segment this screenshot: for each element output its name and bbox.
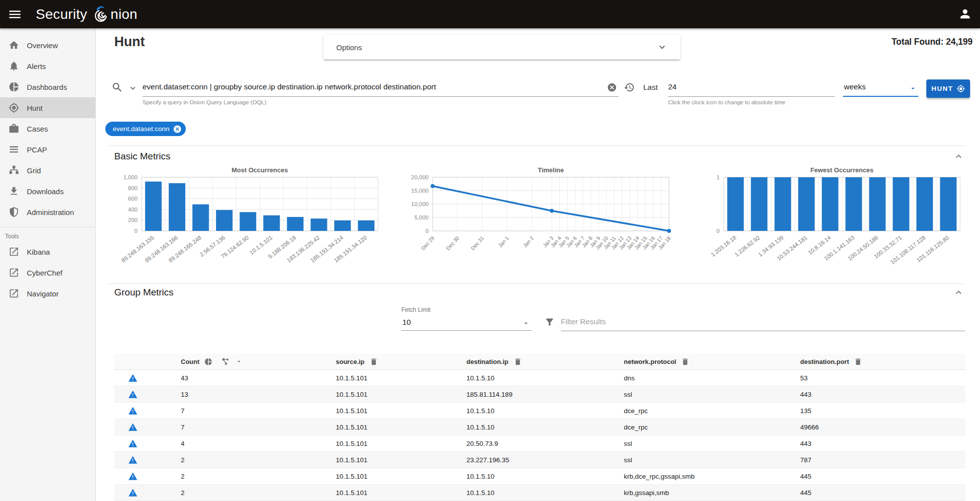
user-account-icon[interactable] bbox=[958, 7, 972, 21]
cell-count[interactable]: 7 bbox=[173, 424, 328, 431]
cell-count[interactable]: 43 bbox=[173, 374, 328, 382]
sidebar-item-dashboards[interactable]: Dashboards bbox=[0, 76, 95, 97]
briefcase-icon bbox=[8, 123, 19, 134]
cell-destination-port[interactable]: 135 bbox=[792, 407, 965, 415]
filter-chip[interactable]: event.dataset:conn bbox=[105, 122, 186, 136]
svg-text:1.226.62.92: 1.226.62.92 bbox=[734, 234, 761, 258]
svg-text:Dec 29: Dec 29 bbox=[420, 235, 435, 251]
column-header-destination-ip[interactable]: destination.ip bbox=[466, 358, 509, 365]
cell-source-ip[interactable]: 10.1.5.101 bbox=[328, 407, 458, 415]
cell-network-protocol[interactable]: krb,dce_rpc,gssapi,smb bbox=[616, 473, 792, 480]
cell-destination-ip[interactable]: 185.81.114.189 bbox=[458, 391, 616, 398]
cell-source-ip[interactable]: 10.1.5.101 bbox=[328, 473, 458, 480]
history-clock-icon[interactable] bbox=[624, 82, 635, 93]
cell-source-ip[interactable]: 10.1.5.101 bbox=[328, 456, 458, 464]
cell-count[interactable]: 4 bbox=[173, 440, 328, 447]
cell-destination-ip[interactable]: 23.227.196.35 bbox=[458, 456, 616, 464]
alert-triangle-icon[interactable] bbox=[128, 390, 138, 399]
cell-destination-port[interactable]: 445 bbox=[792, 473, 965, 480]
cell-count[interactable]: 2 bbox=[173, 473, 328, 480]
cell-network-protocol[interactable]: dns bbox=[616, 374, 792, 382]
alert-triangle-icon[interactable] bbox=[128, 373, 138, 383]
cell-network-protocol[interactable]: krb,gssapi,smb bbox=[616, 489, 792, 497]
fetch-limit-select[interactable]: 10 bbox=[401, 315, 531, 331]
trash-icon[interactable] bbox=[514, 358, 522, 366]
sidebar-item-grid[interactable]: Grid bbox=[0, 160, 95, 181]
sidebar-item-hunt[interactable]: Hunt bbox=[0, 97, 95, 118]
svg-text:10,000: 10,000 bbox=[411, 201, 429, 207]
column-header-destination-port[interactable]: destination.port bbox=[800, 358, 849, 365]
cell-destination-ip[interactable]: 10.1.5.10 bbox=[458, 407, 616, 415]
brand-text-suffix: nion bbox=[111, 7, 138, 21]
query-history-chevron-icon[interactable] bbox=[128, 83, 138, 93]
svg-text:0: 0 bbox=[135, 228, 138, 234]
alert-triangle-icon[interactable] bbox=[128, 439, 138, 448]
alert-triangle-icon[interactable] bbox=[128, 455, 138, 465]
sidebar-item-cases[interactable]: Cases bbox=[0, 118, 95, 139]
cell-count[interactable]: 7 bbox=[173, 407, 328, 415]
sidebar-item-overview[interactable]: Overview bbox=[0, 35, 95, 56]
cell-destination-port[interactable]: 787 bbox=[792, 456, 965, 464]
cell-network-protocol[interactable]: dce_rpc bbox=[616, 424, 792, 431]
cell-destination-ip[interactable]: 10.1.5.10 bbox=[458, 424, 616, 431]
cell-count[interactable]: 13 bbox=[173, 391, 328, 398]
cell-source-ip[interactable]: 10.1.5.101 bbox=[328, 440, 458, 447]
pie-chart-icon[interactable] bbox=[204, 358, 213, 366]
options-label: Options bbox=[336, 43, 362, 52]
sidebar-item-downloads[interactable]: Downloads bbox=[0, 181, 95, 202]
remove-filter-icon[interactable] bbox=[173, 125, 182, 134]
filter-results-input[interactable] bbox=[561, 313, 965, 331]
trash-icon[interactable] bbox=[854, 358, 862, 366]
collapse-group-metrics-icon[interactable] bbox=[953, 287, 964, 298]
sidebar-item-pcap[interactable]: PCAP bbox=[0, 139, 95, 160]
cell-destination-ip[interactable]: 20.50.73.9 bbox=[458, 440, 616, 447]
column-header-source-ip[interactable]: source.ip bbox=[336, 358, 365, 365]
hunt-button[interactable]: HUNT bbox=[926, 79, 970, 98]
cell-destination-port[interactable]: 443 bbox=[792, 391, 965, 398]
table-row: 710.1.5.10110.1.5.10dce_rpc135 bbox=[114, 403, 965, 419]
cell-source-ip[interactable]: 10.1.5.101 bbox=[328, 424, 458, 431]
cell-network-protocol[interactable]: ssl bbox=[616, 440, 792, 447]
cell-network-protocol[interactable]: ssl bbox=[616, 456, 792, 464]
cell-network-protocol[interactable]: ssl bbox=[616, 391, 792, 398]
cell-destination-port[interactable]: 53 bbox=[792, 374, 965, 382]
query-input[interactable] bbox=[143, 78, 618, 97]
cell-source-ip[interactable]: 10.1.5.101 bbox=[328, 391, 458, 398]
cell-destination-port[interactable]: 445 bbox=[792, 489, 965, 497]
sidebar-item-alerts[interactable]: Alerts bbox=[0, 56, 95, 76]
cell-destination-port[interactable]: 443 bbox=[792, 440, 965, 447]
alert-triangle-icon[interactable] bbox=[128, 423, 138, 432]
cell-source-ip[interactable]: 10.1.5.101 bbox=[328, 374, 458, 382]
column-header-count[interactable]: Count bbox=[181, 358, 200, 365]
sidebar-tool-kibana[interactable]: Kibana bbox=[0, 241, 95, 262]
svg-text:200: 200 bbox=[128, 217, 138, 223]
options-panel-toggle[interactable]: Options bbox=[323, 35, 680, 60]
open-in-new-icon bbox=[8, 288, 19, 299]
cell-destination-ip[interactable]: 10.1.5.10 bbox=[458, 374, 616, 382]
search-icon[interactable] bbox=[111, 81, 123, 93]
cell-destination-ip[interactable]: 10.1.5.10 bbox=[458, 473, 616, 480]
clear-query-icon[interactable] bbox=[607, 82, 617, 92]
cell-destination-ip[interactable]: 10.1.5.10 bbox=[458, 489, 616, 497]
cell-count[interactable]: 2 bbox=[173, 489, 328, 497]
sidebar-item-administration[interactable]: Administration bbox=[0, 202, 95, 222]
alert-triangle-icon[interactable] bbox=[128, 406, 138, 416]
trash-icon[interactable] bbox=[370, 358, 378, 366]
alert-triangle-icon[interactable] bbox=[128, 472, 138, 481]
sidebar-tool-navigator[interactable]: Navigator bbox=[0, 283, 95, 304]
graph-icon[interactable] bbox=[221, 357, 230, 366]
collapse-basic-metrics-icon[interactable] bbox=[953, 151, 964, 162]
caret-down-icon[interactable] bbox=[235, 358, 242, 365]
cell-network-protocol[interactable]: dce_rpc bbox=[616, 407, 792, 415]
alert-triangle-icon[interactable] bbox=[128, 488, 138, 498]
cell-source-ip[interactable]: 10.1.5.101 bbox=[328, 489, 458, 497]
column-header-network-protocol[interactable]: network.protocol bbox=[624, 358, 676, 365]
time-value-input[interactable] bbox=[668, 78, 835, 97]
time-unit-select[interactable]: weeks bbox=[843, 78, 918, 97]
cell-destination-port[interactable]: 49666 bbox=[792, 424, 965, 431]
cell-count[interactable]: 2 bbox=[173, 456, 328, 464]
pie-icon bbox=[8, 81, 19, 92]
trash-icon[interactable] bbox=[681, 358, 689, 366]
sidebar-tool-cyberchef[interactable]: CyberChef bbox=[0, 262, 95, 283]
menu-icon[interactable] bbox=[7, 7, 22, 22]
